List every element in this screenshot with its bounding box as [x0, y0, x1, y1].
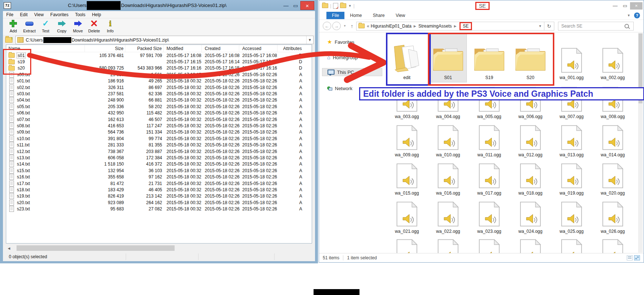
file-tile[interactable]: wa_023.ogg — [471, 197, 508, 235]
close-button[interactable]: × — [630, 2, 643, 10]
menu-tools[interactable]: Tools — [72, 11, 89, 18]
scrollbar-thumb[interactable] — [17, 245, 175, 251]
help-icon[interactable]: ? — [634, 13, 640, 18]
menu-favorites[interactable]: Favorites — [47, 11, 72, 18]
menu-view[interactable]: View — [31, 11, 47, 18]
file-tile[interactable]: wa_019.ogg — [553, 159, 590, 197]
file-tile[interactable]: wa_001.ogg — [553, 33, 590, 82]
menu-edit[interactable]: Edit — [17, 11, 31, 18]
table-row[interactable]: s18.txt183 42946 4052015-05-18 00:322015… — [6, 186, 312, 193]
file-tile[interactable]: wa_024.ogg — [512, 197, 549, 235]
table-row[interactable]: s09.txt564 736151 3342015-05-18 00:32201… — [6, 129, 312, 135]
column-header-name[interactable]: Name — [6, 45, 85, 52]
address-dropdown-icon[interactable]: ▼ — [539, 24, 542, 28]
copy-button[interactable]: Copy — [54, 18, 70, 33]
table-row[interactable]: s23.txt95 68327 0822015-05-18 00:322015-… — [6, 206, 312, 212]
file-tile[interactable]: wa_012.ogg — [512, 120, 549, 159]
maximize-button[interactable]: ▭ — [620, 2, 630, 10]
file-tile[interactable]: wa_003.ogg — [389, 82, 425, 120]
file-tile[interactable] — [471, 235, 508, 253]
ribbon-collapse-icon[interactable]: ▼ — [627, 14, 630, 17]
table-row[interactable]: s02.txt326 31186 6972015-05-18 00:322015… — [6, 84, 312, 90]
breadcrumb-overflow[interactable]: « — [367, 24, 369, 29]
file-tile[interactable]: wa_004.ogg — [430, 82, 466, 120]
file-tile[interactable]: wa_009.ogg — [389, 120, 425, 159]
forward-button[interactable]: → — [332, 22, 341, 30]
table-row[interactable]: s13.txt606 058172 3842015-05-18 00:32201… — [6, 154, 312, 161]
folder-tile[interactable]: edit — [389, 33, 425, 82]
table-row[interactable]: s05.txt205 33658 2022015-05-18 00:322015… — [6, 103, 312, 110]
column-header-size[interactable]: Size — [85, 45, 125, 52]
horizontal-scrollbar[interactable]: ◄ — [6, 245, 312, 252]
file-tile[interactable] — [553, 235, 590, 253]
test-button[interactable]: ✓Test — [37, 18, 54, 33]
folder-tile[interactable]: S19 — [471, 33, 508, 82]
tab-file[interactable]: File — [326, 12, 344, 19]
history-dropdown-icon[interactable]: ▼ — [343, 24, 346, 28]
table-row[interactable]: s19.txt826 419213 1422015-05-18 00:32201… — [6, 193, 312, 199]
file-tile[interactable]: wa_021.ogg — [389, 197, 425, 235]
file-tile[interactable]: wa_026.ogg — [594, 197, 631, 235]
file-tile[interactable]: wa_011.ogg — [471, 120, 508, 159]
file-tile[interactable]: wa_007.ogg — [553, 82, 590, 120]
table-row[interactable]: s192015-05-17 16:152015-05-17 16:142015-… — [6, 58, 312, 65]
menu-help[interactable]: Help — [89, 11, 104, 18]
chevron-down-icon[interactable]: ▼ — [306, 36, 313, 44]
table-row[interactable]: s17.txt81 47221 7312015-05-18 00:322015-… — [6, 180, 312, 186]
table-row[interactable]: s01.txt186 91649 2652015-05-18 00:322015… — [6, 78, 312, 84]
folder-icon[interactable] — [322, 3, 328, 8]
column-header-packed-size[interactable]: Packed Size — [125, 45, 164, 52]
delete-button[interactable]: ✕Delete — [86, 18, 102, 33]
menu-file[interactable]: File — [3, 11, 17, 18]
table-row[interactable]: s11.txt281 33381 3552015-05-18 00:322015… — [6, 142, 312, 148]
vertical-scrollbar[interactable] — [638, 33, 643, 253]
breadcrumb-item[interactable]: HigurashiEp01_Data — [371, 24, 412, 29]
up-button[interactable]: ↑ — [351, 23, 353, 29]
file-tile[interactable]: wa_020.ogg — [594, 159, 631, 197]
file-tile[interactable] — [389, 235, 425, 253]
info-button[interactable]: iInfo — [102, 18, 118, 33]
extract-button[interactable]: Extract — [21, 18, 37, 33]
tab-share[interactable]: Share — [367, 12, 390, 19]
table-row[interactable]: s07.txt162 61346 5072015-05-18 00:322015… — [6, 116, 312, 122]
table-row[interactable]: s00.txt29 6881 5612015-05-17 18:152015-0… — [6, 71, 312, 78]
folder-tile[interactable]: S20 — [512, 33, 549, 82]
refresh-button[interactable]: ↻ — [544, 22, 554, 31]
file-tile[interactable]: wa_016.ogg — [430, 159, 466, 197]
large-icons-view-icon[interactable] — [634, 255, 640, 260]
table-row[interactable]: s03.txt237 58162 3362015-05-18 00:322015… — [6, 90, 312, 97]
column-header-accessed[interactable]: Accessed — [239, 45, 278, 52]
table-row[interactable]: s12.txt738 367203 8872015-05-18 00:32201… — [6, 148, 312, 154]
file-tile[interactable]: wa_015.ogg — [389, 159, 425, 197]
move-button[interactable]: Move — [70, 18, 86, 33]
minimize-button[interactable]: — — [281, 1, 291, 10]
column-header-created[interactable]: Created — [202, 45, 239, 52]
table-row[interactable]: s06.txt432 950115 4822015-05-18 00:32201… — [6, 110, 312, 116]
table-row[interactable]: s15.txt132 95436 1032015-05-18 00:322015… — [6, 167, 312, 174]
close-button[interactable]: × — [300, 1, 314, 10]
sidebar-item-favorites[interactable]: ★Favorites — [322, 38, 382, 46]
file-tile[interactable] — [594, 235, 631, 253]
table-row[interactable]: s04.txt248 90066 8812015-05-18 00:322015… — [6, 97, 312, 103]
table-row[interactable]: s10.txt391 80499 7742015-05-18 00:322015… — [6, 135, 312, 142]
column-header-attributes[interactable]: Attributes — [278, 45, 312, 52]
file-tile[interactable]: wa_013.ogg — [553, 120, 590, 159]
file-tile[interactable]: wa_014.ogg — [594, 120, 631, 159]
scrollbar-thumb[interactable] — [638, 33, 643, 103]
table-row[interactable]: s08.txt416 653117 2472015-05-18 00:32201… — [6, 122, 312, 129]
tab-home[interactable]: Home — [344, 12, 367, 19]
breadcrumb-item[interactable]: SE — [463, 24, 469, 29]
chevron-down-icon[interactable]: ▼ — [348, 4, 351, 8]
file-tile[interactable]: wa_010.ogg — [430, 120, 466, 159]
folder-tile[interactable]: S01 — [430, 33, 466, 82]
table-row[interactable]: s01105 376 48197 591 7092015-05-17 16:08… — [6, 52, 312, 58]
file-tile[interactable]: wa_002.ogg — [594, 33, 631, 82]
maximize-button[interactable]: ▭ — [291, 1, 300, 10]
archive-path-combobox[interactable]: C:\UsersDownloads\Higurashi\HigurashiPS3… — [15, 36, 314, 44]
file-tile[interactable]: wa_008.ogg — [594, 82, 631, 120]
file-tile[interactable]: wa_018.ogg — [512, 159, 549, 197]
table-row[interactable]: s16.txt355 65897 1622015-05-18 00:322015… — [6, 174, 312, 180]
sidebar-item-homegroup[interactable]: ⌂Homegroup — [322, 53, 382, 61]
new-folder-icon[interactable] — [340, 3, 346, 8]
breadcrumb-item[interactable]: StreamingAssets — [418, 24, 452, 29]
